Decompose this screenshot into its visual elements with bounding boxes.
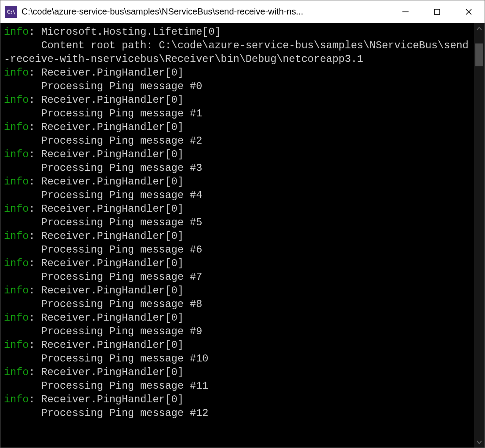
log-header-line: info: Receiver.PingHandler[0] [4,229,471,243]
log-level: info [4,67,29,79]
log-header-line: info: Receiver.PingHandler[0] [4,365,471,379]
console-window: C:\ C:\code\azure-service-bus\samples\NS… [0,0,485,448]
log-level: info [4,94,29,106]
log-level: info [4,366,29,378]
log-level: info [4,257,29,269]
log-message-line: Processing Ping message #9 [4,325,471,338]
log-source: Receiver.PingHandler[0] [41,285,184,296]
log-source: Microsoft.Hosting.Lifetime[0] [41,26,221,38]
log-message-line: Processing Ping message #4 [4,188,471,202]
log-source: Receiver.PingHandler[0] [41,94,184,106]
log-source: Receiver.PingHandler[0] [41,121,184,133]
log-level: info [4,394,29,405]
scrollbar-thumb[interactable] [475,43,483,66]
maximize-button[interactable] [421,0,453,23]
window-controls [390,0,485,23]
log-level: info [4,121,29,133]
console-output[interactable]: info: Microsoft.Hosting.Lifetime[0] Cont… [0,23,474,448]
log-source: Receiver.PingHandler[0] [41,67,184,79]
log-level: info [4,148,29,160]
log-source: Receiver.PingHandler[0] [41,366,184,378]
log-header-line: info: Receiver.PingHandler[0] [4,148,471,161]
log-message-line: Processing Ping message #10 [4,352,471,365]
close-icon [465,8,473,16]
log-header-line: info: Receiver.PingHandler[0] [4,175,471,188]
log-level: info [4,203,29,215]
log-message-line: Processing Ping message #11 [4,379,471,393]
minimize-button[interactable] [390,0,421,23]
log-header-line: info: Receiver.PingHandler[0] [4,66,471,79]
log-source: Receiver.PingHandler[0] [41,257,184,269]
log-level: info [4,339,29,351]
log-level: info [4,312,29,324]
close-button[interactable] [453,0,485,23]
chevron-down-icon [476,439,482,445]
log-header-line: info: Receiver.PingHandler[0] [4,338,471,352]
log-source: Receiver.PingHandler[0] [41,312,184,324]
svg-rect-1 [434,9,440,14]
log-message-line: Processing Ping message #1 [4,107,471,120]
log-header-line: info: Receiver.PingHandler[0] [4,284,471,297]
log-message-line: Processing Ping message #6 [4,243,471,257]
log-source: Receiver.PingHandler[0] [41,203,184,215]
log-source: Receiver.PingHandler[0] [41,176,184,188]
log-message-line: Processing Ping message #5 [4,216,471,229]
log-level: info [4,285,29,296]
log-message-line: Processing Ping message #12 [4,406,471,420]
log-header-line: info: Receiver.PingHandler[0] [4,202,471,216]
log-source: Receiver.PingHandler[0] [41,339,184,351]
log-message-line: Processing Ping message #8 [4,297,471,311]
log-level: info [4,230,29,242]
chevron-up-icon [476,25,482,32]
log-message-line: Content root path: C:\code\azure-service… [4,39,471,66]
minimize-icon [402,8,409,16]
scrollbar[interactable] [474,23,485,448]
window-title: C:\code\azure-service-bus\samples\NServi… [22,7,390,17]
log-source: Receiver.PingHandler[0] [41,148,184,160]
scroll-up-button[interactable] [474,23,485,34]
log-message-line: Processing Ping message #2 [4,134,471,148]
log-header-line: info: Receiver.PingHandler[0] [4,257,471,270]
log-source: Receiver.PingHandler[0] [41,394,184,405]
log-header-line: info: Receiver.PingHandler[0] [4,311,471,325]
log-message-line: Processing Ping message #0 [4,79,471,93]
log-header-line: info: Microsoft.Hosting.Lifetime[0] [4,25,471,39]
log-message-line: Processing Ping message #7 [4,270,471,284]
log-source: Receiver.PingHandler[0] [41,230,184,242]
console-area: info: Microsoft.Hosting.Lifetime[0] Cont… [0,23,485,448]
log-header-line: info: Receiver.PingHandler[0] [4,120,471,134]
log-level: info [4,176,29,188]
log-header-line: info: Receiver.PingHandler[0] [4,93,471,107]
titlebar[interactable]: C:\ C:\code\azure-service-bus\samples\NS… [0,0,485,23]
scrollbar-track[interactable] [474,34,485,437]
log-message-line: Processing Ping message #3 [4,161,471,175]
maximize-icon [433,8,441,16]
log-header-line: info: Receiver.PingHandler[0] [4,393,471,406]
app-icon: C:\ [5,6,17,18]
log-level: info [4,26,29,38]
scroll-down-button[interactable] [474,437,485,448]
